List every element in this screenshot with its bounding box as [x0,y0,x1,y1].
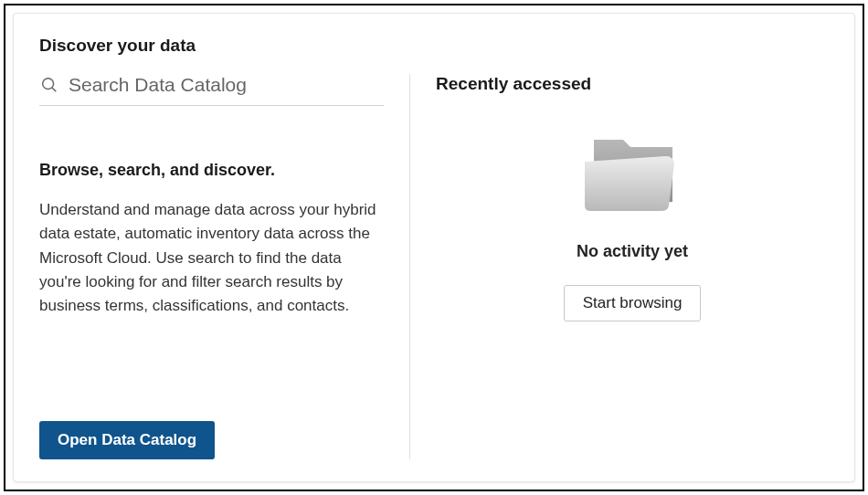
start-browsing-button[interactable]: Start browsing [564,285,702,321]
empty-state: No activity yet Start browsing [436,127,829,321]
left-description: Understand and manage data across your h… [39,198,384,319]
recently-accessed-title: Recently accessed [436,74,829,94]
discover-data-card: Discover your data Browse, search, and d… [13,13,855,482]
search-field[interactable] [39,74,384,106]
search-icon [39,75,59,95]
left-subtitle: Browse, search, and discover. [39,161,384,180]
folder-icon [577,127,687,218]
open-data-catalog-button[interactable]: Open Data Catalog [39,421,215,459]
left-column: Browse, search, and discover. Understand… [39,74,410,459]
no-activity-text: No activity yet [577,242,688,261]
card-title: Discover your data [39,36,829,56]
svg-line-1 [52,88,56,91]
svg-point-0 [43,79,54,90]
search-input[interactable] [69,74,384,96]
right-column: Recently accessed [410,74,829,459]
